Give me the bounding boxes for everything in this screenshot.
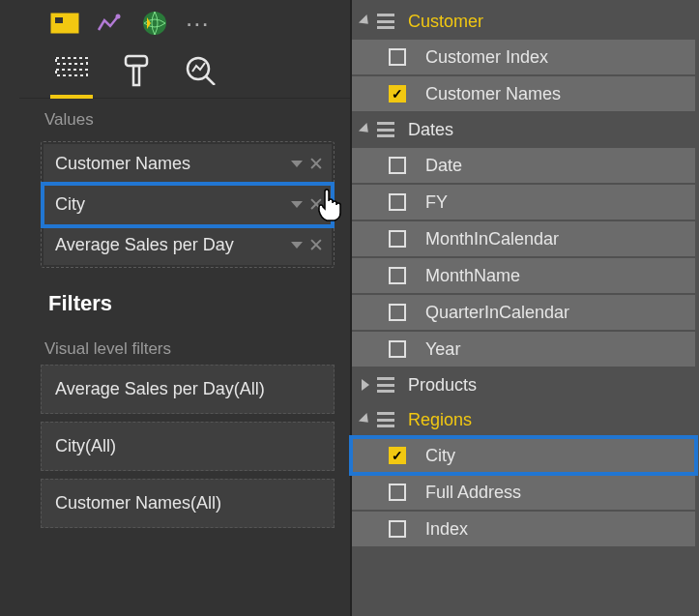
svg-point-2 [116,15,121,19]
svg-point-3 [143,12,166,35]
field-row[interactable]: ✓City [352,438,695,473]
field-name: City [425,446,455,466]
field-checkbox[interactable] [389,304,406,321]
table-header-regions[interactable]: Regions [352,402,699,437]
field-checkbox[interactable]: ✓ [389,447,406,464]
chevron-down-icon[interactable] [291,161,303,167]
fields-pane: CustomerCustomer Index✓Customer NamesDat… [350,0,699,616]
value-field-city[interactable]: City ✕ [44,185,332,225]
analytics-tab[interactable] [184,54,218,98]
field-checkbox[interactable]: ✓ [389,85,406,103]
visual-filters-label: Visual level filters [19,328,350,365]
field-name: QuarterInCalendar [425,303,569,323]
table-name: Products [408,375,477,396]
table-icon [377,122,394,137]
remove-field-icon[interactable]: ✕ [308,155,324,173]
table-name: Dates [408,120,453,140]
chevron-down-icon[interactable] [291,242,303,249]
field-checkbox[interactable] [389,230,406,248]
svg-rect-6 [126,56,147,66]
svg-rect-0 [50,13,79,34]
field-checkbox[interactable] [389,340,406,358]
table-name: Regions [408,410,472,430]
filter-avg-sales[interactable]: Average Sales per Day(All) [41,365,335,414]
table-header-dates[interactable]: Dates [352,112,699,147]
line-chart-icon[interactable] [97,13,124,34]
remove-field-icon[interactable]: ✕ [308,195,324,214]
field-name: MonthName [425,266,520,286]
expand-icon[interactable] [359,15,372,28]
field-row[interactable]: Customer Index [352,40,695,74]
expand-icon[interactable] [362,379,369,391]
field-name: MonthInCalendar [425,229,559,249]
field-name: Index [425,519,468,540]
svg-rect-5 [56,70,87,75]
globe-visual-icon[interactable] [141,10,168,37]
expand-icon[interactable] [359,413,372,426]
value-field-customer-names[interactable]: Customer Names ✕ [44,144,332,185]
values-label: Values [19,99,350,135]
field-name: Date [425,156,462,176]
field-name: FY [425,192,448,213]
field-row[interactable]: FY [352,185,695,220]
values-well[interactable]: Customer Names ✕ City ✕ Average Sales pe… [41,141,335,268]
svg-rect-4 [56,58,87,64]
field-row[interactable]: MonthInCalendar [352,221,695,256]
table-name: Customer [408,12,483,32]
viz-panel-tabs [19,43,350,99]
table-icon [377,412,394,427]
field-label: City [55,194,85,215]
table-icon [377,377,394,393]
field-row[interactable]: Date [352,148,695,183]
field-name: Full Address [425,483,521,503]
field-name: Year [425,339,460,360]
field-row[interactable]: Year [352,332,695,367]
table-header-customer[interactable]: Customer [352,4,699,39]
field-row[interactable]: ✓Customer Names [352,76,695,111]
field-label: Customer Names [55,154,190,174]
table-icon [377,14,394,29]
fields-tab[interactable] [54,54,89,98]
field-checkbox[interactable] [389,193,406,211]
svg-rect-7 [133,66,139,85]
table-header-products[interactable]: Products [352,367,699,402]
field-checkbox[interactable] [389,520,406,538]
field-row[interactable]: QuarterInCalendar [352,295,695,330]
visual-toolbar: ··· [19,4,350,43]
field-checkbox[interactable] [389,48,406,66]
field-row[interactable]: Full Address [352,475,695,510]
more-visuals-icon[interactable]: ··· [186,9,210,39]
filter-customer-names[interactable]: Customer Names(All) [41,479,335,528]
card-visual-icon[interactable] [50,13,79,34]
field-name: Customer Names [425,84,561,104]
field-label: Average Sales per Day [55,235,234,255]
svg-rect-1 [55,17,63,23]
format-tab[interactable] [122,54,151,98]
field-name: Customer Index [425,47,548,68]
field-checkbox[interactable] [389,157,406,174]
field-checkbox[interactable] [389,484,406,501]
field-row[interactable]: MonthName [352,258,695,293]
chevron-down-icon[interactable] [291,201,303,208]
expand-icon[interactable] [359,123,372,136]
field-row[interactable]: Index [352,512,695,546]
value-field-avg-sales[interactable]: Average Sales per Day ✕ [44,225,332,265]
filters-title: Filters [19,274,350,328]
field-checkbox[interactable] [389,267,406,284]
remove-field-icon[interactable]: ✕ [308,236,324,254]
filter-city[interactable]: City(All) [41,422,335,471]
svg-line-9 [206,76,215,85]
